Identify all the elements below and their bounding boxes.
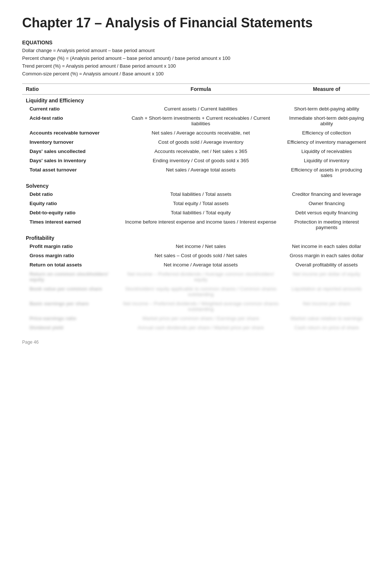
table-row: Book value per common shareStockholders'… xyxy=(22,284,370,299)
ratio-name: Days' sales uncollected xyxy=(22,147,118,156)
table-row: Inventory turnoverCost of goods sold / A… xyxy=(22,137,370,147)
section-header-row: Profitability xyxy=(22,232,370,242)
ratio-name: Price-earnings ratio xyxy=(22,314,118,323)
equation-line: Common-size percent (%) = Analysis amoun… xyxy=(22,70,370,78)
table-row: Price-earnings ratioMarket price per com… xyxy=(22,314,370,323)
ratio-measure: Market value relative to earnings xyxy=(283,314,370,323)
ratio-measure: Immediate short-term debt-paying ability xyxy=(283,113,370,128)
section-name: Profitability xyxy=(22,232,370,242)
ratio-formula: Total liabilities / Total equity xyxy=(118,208,283,217)
ratio-measure: Liquidity of receivables xyxy=(283,147,370,156)
ratio-measure: Owner financing xyxy=(283,199,370,208)
ratio-formula: Total equity / Total assets xyxy=(118,199,283,208)
ratio-formula: Accounts receivable, net / Net sales x 3… xyxy=(118,147,283,156)
ratio-name: Debt-to-equity ratio xyxy=(22,208,118,217)
table-row: Accounts receivable turnoverNet sales / … xyxy=(22,128,370,137)
ratio-measure: Efficiency of collection xyxy=(283,128,370,137)
ratio-formula: Current assets / Current liabilities xyxy=(118,104,283,113)
ratio-formula: Total liabilities / Total assets xyxy=(118,190,283,199)
ratio-measure: Efficiency of inventory management xyxy=(283,137,370,147)
ratio-formula: Net sales – Cost of goods sold / Net sal… xyxy=(118,251,283,260)
equation-line: Dollar change = Analysis period amount –… xyxy=(22,47,370,55)
ratio-formula: Net sales / Average total assets xyxy=(118,165,283,180)
ratio-name: Equity ratio xyxy=(22,199,118,208)
ratio-name: Days' sales in inventory xyxy=(22,156,118,165)
ratio-formula: Net income / Average total assets xyxy=(118,260,283,269)
ratio-formula: Stockholders' equity applicable to commo… xyxy=(118,284,283,299)
page-number: Page 46 xyxy=(22,340,370,345)
ratio-name: Gross margin ratio xyxy=(22,251,118,260)
ratio-formula: Net income / Net sales xyxy=(118,242,283,251)
table-row: Debt ratioTotal liabilities / Total asse… xyxy=(22,190,370,199)
ratio-name: Inventory turnover xyxy=(22,137,118,147)
ratio-name: Debt ratio xyxy=(22,190,118,199)
table-row: Return on common stockholders' equityNet… xyxy=(22,269,370,284)
table-row: Profit margin ratioNet income / Net sale… xyxy=(22,242,370,251)
ratio-formula: Cash + Short-term investments + Current … xyxy=(118,113,283,128)
table-row: Equity ratioTotal equity / Total assetsO… xyxy=(22,199,370,208)
ratio-name: Return on common stockholders' equity xyxy=(22,269,118,284)
table-row: Acid-test ratioCash + Short-term investm… xyxy=(22,113,370,128)
ratio-name: Dividend yield xyxy=(22,323,118,332)
table-row: Days' sales uncollectedAccounts receivab… xyxy=(22,147,370,156)
equations-label: EQUATIONS xyxy=(22,40,370,45)
ratio-formula: Net income – Preferred dividends / Weigh… xyxy=(118,299,283,314)
ratio-name: Total asset turnover xyxy=(22,165,118,180)
ratio-measure: Net income per share xyxy=(283,299,370,314)
equation-line: Trend percent (%) = Analysis period amou… xyxy=(22,62,370,70)
ratio-formula: Income before interest expense and incom… xyxy=(118,217,283,232)
table-row: Times interest earnedIncome before inter… xyxy=(22,217,370,232)
ratio-measure: Short-term debt-paying ability xyxy=(283,104,370,113)
section-header-row: Solvency xyxy=(22,180,370,190)
ratio-name: Accounts receivable turnover xyxy=(22,128,118,137)
table-row: Days' sales in inventoryEnding inventory… xyxy=(22,156,370,165)
equations-section: EQUATIONS Dollar change = Analysis perio… xyxy=(22,40,370,78)
table-row: Basic earnings per shareNet income – Pre… xyxy=(22,299,370,314)
ratio-name: Basic earnings per share xyxy=(22,299,118,314)
table-row: Current ratioCurrent assets / Current li… xyxy=(22,104,370,113)
ratio-formula: Ending inventory / Cost of goods sold x … xyxy=(118,156,283,165)
ratio-name: Times interest earned xyxy=(22,217,118,232)
section-name: Liquidity and Efficiency xyxy=(22,95,370,105)
section-name: Solvency xyxy=(22,180,370,190)
table-header-row: Ratio Formula Measure of xyxy=(22,84,370,95)
col-header-formula: Formula xyxy=(118,84,283,95)
col-header-measure: Measure of xyxy=(283,84,370,95)
ratio-name: Book value per common share xyxy=(22,284,118,299)
ratio-measure: Efficiency of assets in producing sales xyxy=(283,165,370,180)
ratio-measure: Debt versus equity financing xyxy=(283,208,370,217)
table-row: Return on total assetsNet income / Avera… xyxy=(22,260,370,269)
equations-lines: Dollar change = Analysis period amount –… xyxy=(22,47,370,78)
ratio-measure: Gross margin in each sales dollar xyxy=(283,251,370,260)
section-header-row: Liquidity and Efficiency xyxy=(22,95,370,105)
ratio-formula: Net income – Preferred dividends / Avera… xyxy=(118,269,283,284)
ratio-measure: Protection in meeting interest payments xyxy=(283,217,370,232)
ratio-name: Current ratio xyxy=(22,104,118,113)
table-row: Total asset turnoverNet sales / Average … xyxy=(22,165,370,180)
table-row: Gross margin ratioNet sales – Cost of go… xyxy=(22,251,370,260)
ratio-measure: Net income per dollar of equity xyxy=(283,269,370,284)
ratio-formula: Annual cash dividends per share / Market… xyxy=(118,323,283,332)
ratio-name: Return on total assets xyxy=(22,260,118,269)
ratio-measure: Liquidation at reported amounts xyxy=(283,284,370,299)
ratio-formula: Market price per common share / Earnings… xyxy=(118,314,283,323)
ratio-formula: Net sales / Average accounts receivable,… xyxy=(118,128,283,137)
ratio-measure: Cash return on price of share xyxy=(283,323,370,332)
ratio-formula: Cost of goods sold / Average inventory xyxy=(118,137,283,147)
equation-line: Percent change (%) = (Analysis period am… xyxy=(22,55,370,62)
table-row: Dividend yieldAnnual cash dividends per … xyxy=(22,323,370,332)
ratio-name: Acid-test ratio xyxy=(22,113,118,128)
table-row: Debt-to-equity ratioTotal liabilities / … xyxy=(22,208,370,217)
col-header-ratio: Ratio xyxy=(22,84,118,95)
page-title: Chapter 17 – Analysis of Financial State… xyxy=(22,15,370,31)
ratio-measure: Overall profitability of assets xyxy=(283,260,370,269)
ratio-measure: Net income in each sales dollar xyxy=(283,242,370,251)
ratio-measure: Creditor financing and leverage xyxy=(283,190,370,199)
ratio-measure: Liquidity of inventory xyxy=(283,156,370,165)
ratios-table: Ratio Formula Measure of Liquidity and E… xyxy=(22,84,370,332)
ratio-name: Profit margin ratio xyxy=(22,242,118,251)
